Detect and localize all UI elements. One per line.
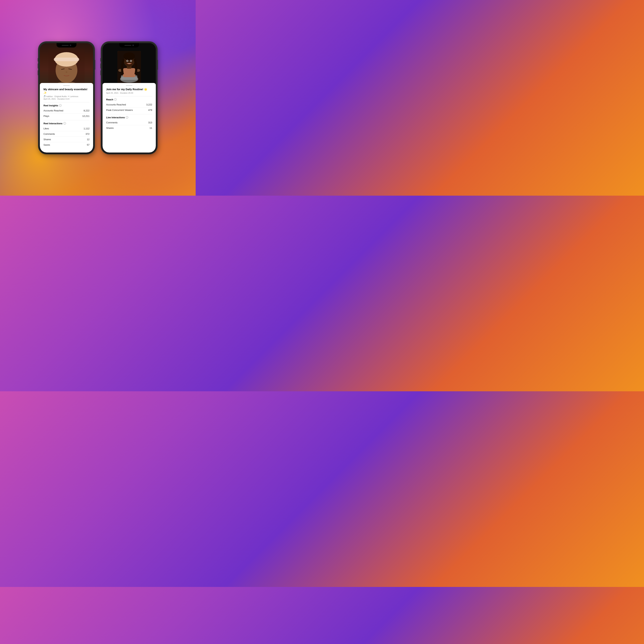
background: My skincare and beauty essentials! ✨ 🎵 k… <box>0 0 196 196</box>
post-title-left: My skincare and beauty essentials! ✨ <box>43 88 89 95</box>
stat-value-shares: 12 <box>87 138 89 141</box>
stat-row-likes: Likes 1,112 <box>43 126 89 131</box>
effect-icon-left: ✦ <box>68 95 69 97</box>
section-insights-left: Reel Insights i <box>43 104 89 107</box>
notch-left <box>57 43 76 47</box>
stat-label-comments-right: Comments <box>106 121 118 124</box>
camera-left <box>70 45 71 46</box>
stat-value-likes: 1,112 <box>84 127 89 130</box>
svg-point-16 <box>123 52 135 60</box>
divider-2-right <box>106 114 152 114</box>
speaker-left <box>62 45 69 46</box>
content-sheet-left: My skincare and beauty essentials! ✨ 🎵 k… <box>40 83 93 153</box>
stat-label: Accounts Reached <box>43 109 63 112</box>
section-interactions-right: Live Interactions i <box>106 116 152 119</box>
notch-right <box>119 43 139 47</box>
svg-point-7 <box>66 71 67 73</box>
volume-down-button <box>38 70 38 75</box>
stat-row-shares: Shares 12 <box>43 137 89 142</box>
face-figure-left <box>48 49 85 87</box>
stats-interactions-left: Likes 1,112 Comments 372 Shares 12 Sav <box>43 126 89 147</box>
content-sheet-right: Join me for my Daily Routine! 🌟 April 25… <box>103 83 156 153</box>
info-icon-interactions-left[interactable]: i <box>63 122 66 125</box>
sheet-handle-left <box>63 85 70 86</box>
video-preview-left <box>40 43 93 87</box>
left-buttons <box>38 58 38 75</box>
phones-container: My skincare and beauty essentials! ✨ 🎵 k… <box>0 0 196 196</box>
stats-reach-right: Accounts Reached 3,222 Peak Concurrent V… <box>106 102 152 113</box>
svg-point-18 <box>127 60 128 61</box>
volume-up-button <box>38 63 38 68</box>
stat-label: Plays <box>43 115 49 117</box>
info-icon-interactions-right[interactable]: i <box>126 116 128 119</box>
stat-label-shares: Shares <box>43 138 51 141</box>
svg-rect-11 <box>123 68 136 77</box>
stat-value: 12,211 <box>82 115 89 117</box>
section-reach-right: Reach i <box>106 98 152 101</box>
stat-row: Plays 12,211 <box>43 113 89 119</box>
stat-row-saves: Saves 57 <box>43 142 89 147</box>
stat-label-comments: Comments <box>43 133 55 135</box>
phone-left: My skincare and beauty essentials! ✨ 🎵 k… <box>38 42 95 154</box>
post-title-right: Join me for my Daily Routine! 🌟 <box>106 88 152 91</box>
stat-row: Accounts Reached 8,222 <box>43 108 89 113</box>
info-icon-insights-left[interactable]: i <box>59 104 62 107</box>
home-indicator-left <box>57 150 76 150</box>
stat-row-shares-right: Shares 11 <box>106 125 152 131</box>
stat-value: 8,222 <box>84 109 89 112</box>
stat-row-accounts-right: Accounts Reached 3,222 <box>106 102 152 107</box>
audio-icon-left: 🎵 <box>43 95 46 97</box>
stat-row-peak-right: Peak Concurrent Viewers 479 <box>106 107 152 113</box>
section-interactions-left: Reel Interactions i <box>43 122 89 125</box>
post-meta-audio-left: 🎵 kaiblue · Original Audio ✦ Luminous <box>43 95 89 97</box>
speaker-right <box>124 45 131 46</box>
svg-point-20 <box>130 60 132 61</box>
volume-up-button-right <box>100 63 101 68</box>
post-date-left: April 25, 2021 · Duration 0:23 <box>43 98 89 100</box>
divider-2-left <box>43 120 89 120</box>
stat-row-comments-right: Comments 313 <box>106 120 152 125</box>
stat-label-peak-right: Peak Concurrent Viewers <box>106 109 133 111</box>
svg-rect-4 <box>54 58 79 61</box>
post-date-right: April 25, 2021 · Duration 25:03 <box>106 92 152 94</box>
stats-interactions-right: Comments 313 Shares 11 <box>106 120 152 131</box>
stat-value-saves: 57 <box>87 143 89 146</box>
phone-right-screen: Join me for my Daily Routine! 🌟 April 25… <box>103 43 156 153</box>
audio-text-left: kaiblue · Original Audio <box>46 95 67 97</box>
stat-value-comments-right: 313 <box>148 121 152 124</box>
stat-value-shares-right: 11 <box>150 127 152 129</box>
phone-left-screen: My skincare and beauty essentials! ✨ 🎵 k… <box>40 43 93 153</box>
stat-value-comments: 372 <box>86 133 89 135</box>
phone-right: Join me for my Daily Routine! 🌟 April 25… <box>101 42 157 154</box>
stat-label-saves: Saves <box>43 143 50 146</box>
stat-label-accounts-right: Accounts Reached <box>106 103 126 106</box>
info-icon-reach-right[interactable]: i <box>114 98 117 101</box>
stat-row-comments: Comments 372 <box>43 131 89 137</box>
volume-down-button-right <box>100 70 101 75</box>
camera-right <box>132 45 134 46</box>
effect-text-left: Luminous <box>70 95 78 97</box>
silent-button <box>38 58 38 62</box>
stat-value-accounts-right: 3,222 <box>146 103 152 106</box>
stat-label-shares-right: Shares <box>106 127 114 129</box>
right-phone-left-buttons <box>100 58 101 75</box>
home-indicator-right <box>120 150 138 150</box>
woman-figure-right <box>117 51 141 84</box>
stat-label-likes: Likes <box>43 127 49 130</box>
stat-value-peak-right: 479 <box>148 109 152 111</box>
stats-insights-left: Accounts Reached 8,222 Plays 12,211 <box>43 108 89 119</box>
video-preview-right <box>103 43 156 87</box>
sheet-handle-right <box>126 85 132 86</box>
silent-button-right <box>100 58 101 62</box>
